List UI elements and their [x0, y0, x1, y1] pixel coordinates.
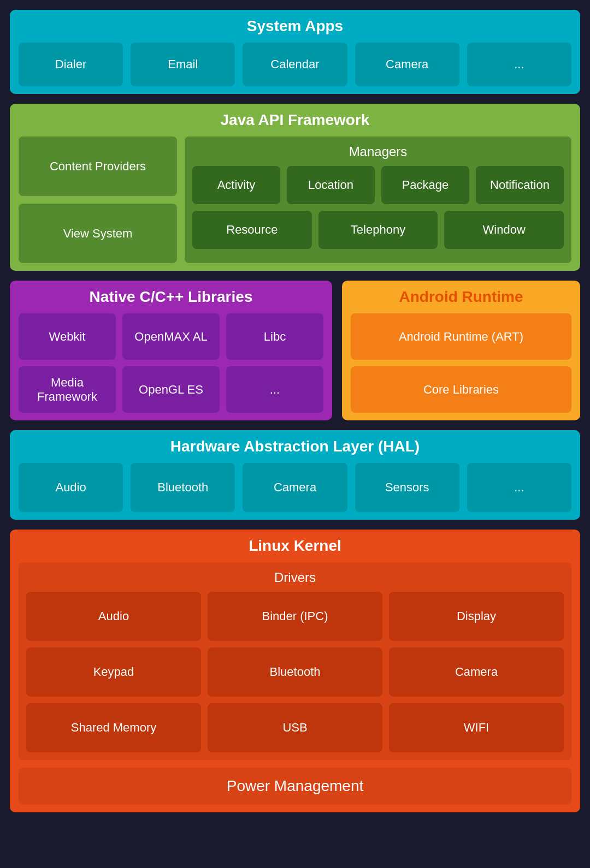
- java-api-inner: Content Providers View System Managers A…: [19, 136, 571, 263]
- power-management: Power Management: [19, 768, 571, 805]
- driver-keypad: Keypad: [26, 647, 201, 697]
- core-libraries: Core Libraries: [351, 366, 571, 413]
- hal-more: ...: [467, 463, 571, 512]
- android-runtime-section: Android Runtime Android Runtime (ART) Co…: [342, 281, 580, 420]
- app-more: ...: [467, 43, 571, 86]
- hal-bluetooth: Bluetooth: [131, 463, 235, 512]
- linux-section: Linux Kernel Drivers Audio Binder (IPC) …: [10, 530, 580, 812]
- managers-title: Managers: [192, 144, 564, 159]
- hal-title: Hardware Abstraction Layer (HAL): [19, 438, 571, 455]
- manager-telephony: Telephony: [318, 211, 438, 249]
- native-grid: Webkit OpenMAX AL Libc Media Framework O…: [19, 313, 323, 413]
- view-system: View System: [19, 204, 177, 263]
- app-dialer: Dialer: [19, 43, 123, 86]
- android-runtime-inner: Android Runtime (ART) Core Libraries: [351, 313, 571, 413]
- java-api-title: Java API Framework: [19, 111, 571, 129]
- managers-row1: Activity Location Package Notification: [192, 166, 564, 204]
- manager-location: Location: [287, 166, 375, 204]
- linux-title: Linux Kernel: [19, 537, 571, 555]
- app-calendar: Calendar: [243, 43, 347, 86]
- manager-window: Window: [444, 211, 564, 249]
- lib-more: ...: [226, 366, 323, 413]
- manager-notification: Notification: [476, 166, 564, 204]
- native-row1: Webkit OpenMAX AL Libc: [19, 313, 323, 360]
- driver-display: Display: [389, 592, 564, 641]
- native-runtime-row: Native C/C++ Libraries Webkit OpenMAX AL…: [10, 281, 580, 420]
- hal-row: Audio Bluetooth Camera Sensors ...: [19, 463, 571, 512]
- lib-openmax: OpenMAX AL: [122, 313, 220, 360]
- driver-binder: Binder (IPC): [208, 592, 382, 641]
- drivers-grid: Audio Binder (IPC) Display Keypad Blueto…: [26, 592, 564, 752]
- app-email: Email: [131, 43, 235, 86]
- driver-wifi: WIFI: [389, 703, 564, 752]
- manager-package: Package: [381, 166, 469, 204]
- drivers-row2: Keypad Bluetooth Camera: [26, 647, 564, 697]
- lib-media-framework: Media Framework: [19, 366, 116, 413]
- system-apps-section: System Apps Dialer Email Calendar Camera…: [10, 10, 580, 94]
- driver-bluetooth: Bluetooth: [208, 647, 382, 697]
- hal-section: Hardware Abstraction Layer (HAL) Audio B…: [10, 430, 580, 520]
- art: Android Runtime (ART): [351, 313, 571, 360]
- hal-audio: Audio: [19, 463, 123, 512]
- system-apps-row: Dialer Email Calendar Camera ...: [19, 43, 571, 86]
- native-row2: Media Framework OpenGL ES ...: [19, 366, 323, 413]
- driver-camera: Camera: [389, 647, 564, 697]
- lib-opengl: OpenGL ES: [122, 366, 220, 413]
- system-apps-title: System Apps: [19, 17, 571, 35]
- hal-sensors: Sensors: [355, 463, 459, 512]
- java-api-section: Java API Framework Content Providers Vie…: [10, 104, 580, 271]
- hal-camera: Camera: [243, 463, 347, 512]
- lib-libc: Libc: [226, 313, 323, 360]
- native-title: Native C/C++ Libraries: [19, 288, 323, 306]
- manager-activity: Activity: [192, 166, 280, 204]
- managers-row2: Resource Telephony Window: [192, 211, 564, 249]
- android-runtime-title: Android Runtime: [351, 288, 571, 306]
- drivers-box: Drivers Audio Binder (IPC) Display Keypa…: [19, 562, 571, 760]
- driver-audio: Audio: [26, 592, 201, 641]
- app-camera: Camera: [355, 43, 459, 86]
- native-section: Native C/C++ Libraries Webkit OpenMAX AL…: [10, 281, 332, 420]
- managers-box: Managers Activity Location Package Notif…: [185, 136, 571, 263]
- drivers-title: Drivers: [26, 570, 564, 585]
- drivers-row1: Audio Binder (IPC) Display: [26, 592, 564, 641]
- java-left: Content Providers View System: [19, 136, 177, 263]
- driver-shared-memory: Shared Memory: [26, 703, 201, 752]
- content-providers: Content Providers: [19, 136, 177, 196]
- manager-resource: Resource: [192, 211, 312, 249]
- lib-webkit: Webkit: [19, 313, 116, 360]
- drivers-row3: Shared Memory USB WIFI: [26, 703, 564, 752]
- driver-usb: USB: [208, 703, 382, 752]
